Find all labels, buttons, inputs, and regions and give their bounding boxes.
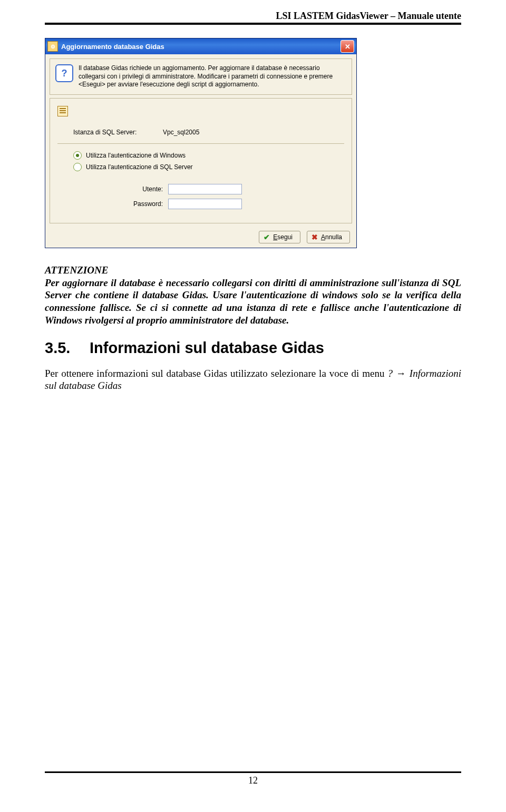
check-icon: ✔ xyxy=(264,233,270,241)
radio-sql-auth[interactable]: Utilizza l'autenticazione di SQL Server xyxy=(73,163,344,171)
page-footer: 12 xyxy=(45,771,461,786)
x-icon: ✖ xyxy=(312,233,318,241)
cancel-button[interactable]: ✖ Annulla xyxy=(307,231,350,243)
sheet-icon xyxy=(57,106,68,116)
radio-sql-label: Utilizza l'autenticazione di SQL Server xyxy=(86,163,193,171)
info-panel: ? Il database Gidas richiede un aggiorna… xyxy=(50,58,352,95)
execute-button[interactable]: ✔ Esegui xyxy=(259,231,300,243)
password-input[interactable] xyxy=(168,199,242,209)
radio-windows-auth[interactable]: Utilizza l'autenticazione di Windows xyxy=(73,151,344,160)
form-area: Istanza di SQL Server: Vpc_sql2005 Utili… xyxy=(50,98,352,223)
info-text: Il database Gidas richiede un aggiorname… xyxy=(79,64,346,89)
close-icon: ✕ xyxy=(345,43,351,51)
attention-text: Per aggiornare il database è necessario … xyxy=(45,277,461,326)
instance-label: Istanza di SQL Server: xyxy=(57,129,163,136)
cancel-hotkey: A xyxy=(321,233,325,241)
password-label: Password: xyxy=(57,200,168,208)
radio-icon-unselected xyxy=(73,163,82,171)
section-number: 3.5. xyxy=(45,339,90,357)
user-input[interactable] xyxy=(168,184,242,194)
arrow-icon: → xyxy=(393,368,410,379)
attention-paragraph: ATTENZIONE Per aggiornare il database è … xyxy=(45,264,461,327)
close-button[interactable]: ✕ xyxy=(340,40,354,53)
titlebar[interactable]: ⚙ Aggiornamento database Gidas ✕ xyxy=(45,38,356,54)
divider xyxy=(57,143,344,144)
section-heading: 3.5. Informazioni sul database Gidas xyxy=(45,339,461,357)
radio-windows-label: Utilizza l'autenticazione di Windows xyxy=(86,152,186,159)
user-label: Utente: xyxy=(57,185,168,193)
radio-icon-selected xyxy=(73,151,82,160)
instance-row: Istanza di SQL Server: Vpc_sql2005 xyxy=(57,129,344,136)
cancel-rest: nnulla xyxy=(325,233,342,241)
attention-label: ATTENZIONE xyxy=(45,265,108,276)
dialog-title: Aggiornamento database Gidas xyxy=(61,43,164,51)
instance-value: Vpc_sql2005 xyxy=(163,129,199,136)
section-title: Informazioni sul database Gidas xyxy=(90,339,324,357)
doc-header: LSI LASTEM GidasViewer – Manuale utente xyxy=(45,11,461,25)
execute-rest: segui xyxy=(277,233,293,241)
question-icon: ? xyxy=(55,64,73,82)
para2-a: Per ottenere informazioni sul database G… xyxy=(45,368,387,379)
para2-menu: ? xyxy=(387,368,393,379)
app-icon: ⚙ xyxy=(47,41,58,52)
update-dialog: ⚙ Aggiornamento database Gidas ✕ ? Il da… xyxy=(45,38,357,248)
section-paragraph: Per ottenere informazioni sul database G… xyxy=(45,367,461,393)
page-number: 12 xyxy=(248,775,258,786)
